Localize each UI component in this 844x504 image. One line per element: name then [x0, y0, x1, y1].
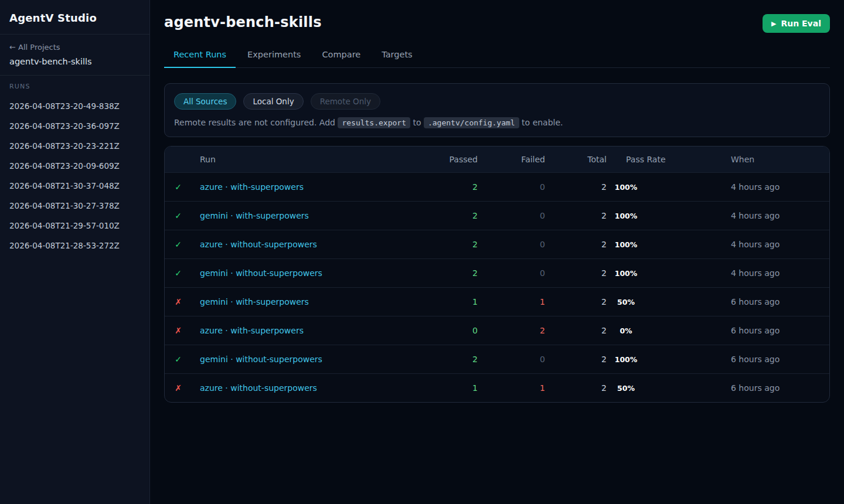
chip-local-only[interactable]: Local Only — [243, 93, 303, 110]
back-to-all-projects-link[interactable]: ← All Projects — [9, 43, 140, 52]
failed-count: 0 — [478, 211, 545, 220]
runs-heading: RUNS — [9, 83, 140, 90]
run-link[interactable]: azure · with-superpowers — [200, 182, 304, 192]
table-body: ✓ azure · with-superpowers 2 0 2 100% 4 … — [165, 172, 829, 402]
run-link[interactable]: azure · without-superpowers — [200, 240, 317, 249]
app-title: AgentV Studio — [9, 12, 140, 24]
tab-targets[interactable]: Targets — [372, 45, 421, 68]
total-count: 2 — [545, 326, 607, 335]
sidebar-run-item[interactable]: 2026-04-08T23-20-09-609Z — [9, 156, 140, 176]
sidebar-run-item[interactable]: 2026-04-08T23-20-49-838Z — [9, 96, 140, 116]
sidebar-run-item[interactable]: 2026-04-08T23-20-23-221Z — [9, 136, 140, 156]
run-when: 6 hours ago — [724, 297, 829, 307]
run-link[interactable]: azure · without-superpowers — [200, 383, 317, 393]
note-prefix: Remote results are not configured. Add — [174, 118, 338, 127]
sidebar-project-name: agentv-bench-skills — [9, 57, 140, 66]
run-eval-label: Run Eval — [781, 19, 821, 28]
run-status-icon: ✓ — [165, 182, 192, 192]
run-link[interactable]: gemini · without-superpowers — [200, 355, 322, 364]
run-when: 6 hours ago — [724, 326, 829, 335]
total-count: 2 — [545, 240, 607, 249]
source-filter-card: All SourcesLocal OnlyRemote Only Remote … — [164, 83, 830, 137]
table-row: ✓ azure · with-superpowers 2 0 2 100% 4 … — [165, 172, 829, 201]
sidebar-header: AgentV Studio — [0, 0, 149, 35]
table-row: ✓ gemini · with-superpowers 2 0 2 100% 4… — [165, 201, 829, 230]
sidebar-run-item[interactable]: 2026-04-08T21-29-57-010Z — [9, 216, 140, 236]
run-when: 6 hours ago — [724, 355, 829, 364]
col-run: Run — [192, 155, 413, 164]
run-when: 4 hours ago — [724, 268, 829, 278]
run-status-icon: ✗ — [165, 383, 192, 393]
col-total: Total — [545, 155, 607, 164]
passed-count: 2 — [413, 268, 478, 278]
table-row: ✓ gemini · without-superpowers 2 0 2 100… — [165, 345, 829, 373]
play-icon: ▶ — [771, 21, 776, 27]
run-status-icon: ✓ — [165, 268, 192, 278]
passed-count: 0 — [413, 326, 478, 335]
sidebar-nav: ← All Projects agentv-bench-skills — [0, 35, 149, 76]
table-row: ✗ azure · without-superpowers 1 1 2 50% … — [165, 373, 829, 402]
note-suffix: to enable. — [519, 118, 563, 127]
failed-count: 0 — [478, 240, 545, 249]
remote-config-note: Remote results are not configured. Add r… — [174, 118, 820, 127]
run-status-icon: ✓ — [165, 355, 192, 364]
total-count: 2 — [545, 268, 607, 278]
failed-count: 1 — [478, 383, 545, 393]
run-status-icon: ✗ — [165, 326, 192, 335]
source-filter-chips: All SourcesLocal OnlyRemote Only — [174, 93, 820, 110]
note-middle: to — [410, 118, 424, 127]
main-header: agentv-bench-skills ▶ Run Eval — [164, 0, 830, 33]
main-content: agentv-bench-skills ▶ Run Eval Recent Ru… — [150, 0, 844, 504]
chip-remote-only[interactable]: Remote Only — [311, 93, 380, 110]
failed-count: 1 — [478, 297, 545, 307]
col-when: When — [724, 155, 829, 164]
table-row: ✓ azure · without-superpowers 2 0 2 100%… — [165, 230, 829, 258]
run-link[interactable]: gemini · without-superpowers — [200, 268, 322, 278]
failed-count: 0 — [478, 355, 545, 364]
run-status-icon: ✗ — [165, 297, 192, 307]
run-link[interactable]: gemini · with-superpowers — [200, 297, 309, 307]
code-config-yaml: .agentv/config.yaml — [424, 117, 519, 128]
total-count: 2 — [545, 211, 607, 220]
passed-count: 2 — [413, 182, 478, 192]
runs-table: Run Passed Failed Total Pass Rate When ✓… — [164, 146, 830, 403]
tab-bar: Recent RunsExperimentsCompareTargets — [164, 45, 830, 68]
runs-list: 2026-04-08T23-20-49-838Z2026-04-08T23-20… — [9, 96, 140, 256]
total-count: 2 — [545, 182, 607, 192]
table-header-row: Run Passed Failed Total Pass Rate When — [165, 147, 829, 172]
tab-recent-runs[interactable]: Recent Runs — [164, 45, 236, 68]
sidebar-run-item[interactable]: 2026-04-08T21-28-53-272Z — [9, 236, 140, 256]
tab-experiments[interactable]: Experiments — [238, 45, 310, 68]
page-title: agentv-bench-skills — [164, 14, 322, 30]
passed-count: 2 — [413, 240, 478, 249]
total-count: 2 — [545, 355, 607, 364]
failed-count: 2 — [478, 326, 545, 335]
run-link[interactable]: azure · with-superpowers — [200, 326, 304, 335]
passed-count: 1 — [413, 297, 478, 307]
run-status-icon: ✓ — [165, 240, 192, 249]
col-passed: Passed — [413, 155, 478, 164]
table-row: ✗ gemini · with-superpowers 1 1 2 50% 6 … — [165, 287, 829, 316]
run-when: 6 hours ago — [724, 383, 829, 393]
run-eval-button[interactable]: ▶ Run Eval — [763, 14, 830, 33]
sidebar-run-item[interactable]: 2026-04-08T23-20-36-097Z — [9, 116, 140, 136]
total-count: 2 — [545, 383, 607, 393]
run-link[interactable]: gemini · with-superpowers — [200, 211, 309, 220]
passed-count: 2 — [413, 355, 478, 364]
chip-all-sources[interactable]: All Sources — [174, 93, 236, 110]
tab-compare[interactable]: Compare — [312, 45, 370, 68]
sidebar-run-item[interactable]: 2026-04-08T21-30-27-378Z — [9, 196, 140, 216]
col-pass-rate: Pass Rate — [607, 155, 724, 164]
passed-count: 2 — [413, 211, 478, 220]
failed-count: 0 — [478, 268, 545, 278]
sidebar-runs-section: RUNS 2026-04-08T23-20-49-838Z2026-04-08T… — [0, 76, 149, 263]
passed-count: 1 — [413, 383, 478, 393]
run-status-icon: ✓ — [165, 211, 192, 220]
run-when: 4 hours ago — [724, 182, 829, 192]
sidebar: AgentV Studio ← All Projects agentv-benc… — [0, 0, 150, 504]
table-row: ✗ azure · with-superpowers 0 2 2 0% 6 ho… — [165, 316, 829, 345]
sidebar-run-item[interactable]: 2026-04-08T21-30-37-048Z — [9, 176, 140, 196]
col-failed: Failed — [478, 155, 545, 164]
run-when: 4 hours ago — [724, 211, 829, 220]
table-row: ✓ gemini · without-superpowers 2 0 2 100… — [165, 258, 829, 287]
